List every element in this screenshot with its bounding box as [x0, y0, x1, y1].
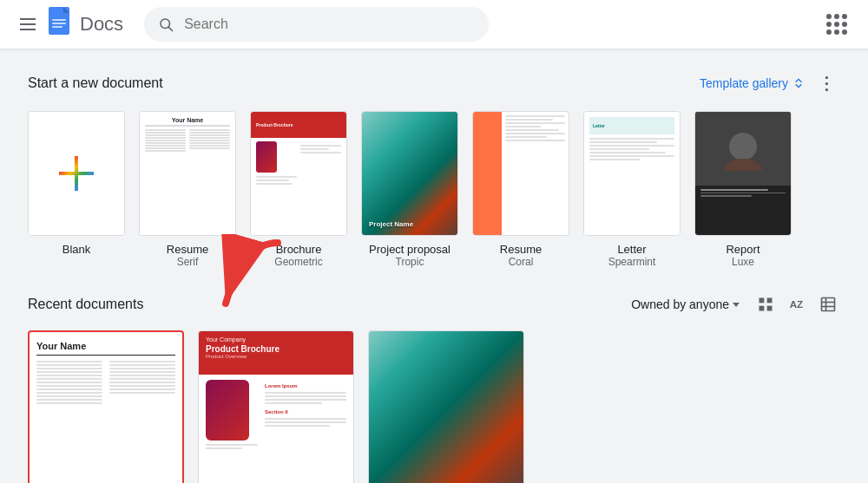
template-thumb-resume-serif: Your Name — [139, 111, 236, 236]
template-gallery-button[interactable]: Template gallery — [700, 76, 806, 90]
recent-docs-grid: Your Name — [28, 330, 840, 483]
doc-card-resume[interactable]: Your Name — [28, 330, 184, 483]
template-item-blank[interactable]: Blank — [28, 111, 125, 268]
app-header: Docs — [0, 0, 868, 49]
template-thumb-resume-coral — [472, 111, 569, 236]
template-item-report[interactable]: Report Luxe — [694, 111, 792, 268]
svg-line-6 — [169, 27, 173, 30]
svg-rect-13 — [767, 306, 773, 311]
owned-dropdown[interactable]: Owned by anyone — [631, 297, 740, 311]
template-item-resume-coral[interactable]: Resume Coral — [472, 111, 569, 268]
svg-text:AZ: AZ — [790, 298, 804, 310]
template-thumb-brochure: Product Brochure — [250, 111, 347, 236]
doc-thumb-brochure: Your Company Product Brochure Product Ov… — [198, 330, 354, 483]
template-subname-resume-coral: Coral — [509, 256, 534, 268]
template-name-brochure: Brochure — [276, 243, 322, 256]
main-content: Start a new document Template gallery ⋮ … — [0, 49, 868, 483]
template-thumb-project: Project Name — [361, 111, 458, 236]
template-name-resume-coral: Resume — [500, 243, 542, 256]
template-name-project: Project proposal — [369, 243, 450, 256]
chevron-up-down-icon — [792, 76, 806, 90]
docs-logo[interactable]: Docs — [49, 7, 123, 42]
templates-section-actions: Template gallery ⋮ — [700, 69, 840, 97]
doc-card-project[interactable]: Project Name 8/1/23 Project proposal Ope… — [368, 330, 524, 483]
template-item-project[interactable]: Project Name Project proposal Tropic — [361, 111, 458, 268]
templates-section-header: Start a new document Template gallery ⋮ — [28, 69, 840, 97]
list-icon — [819, 296, 837, 313]
template-name-resume-serif: Resume — [167, 243, 208, 256]
template-thumb-report — [694, 111, 792, 236]
recent-controls: Owned by anyone AZ — [631, 292, 840, 317]
grid-icon — [757, 296, 774, 313]
svg-rect-4 — [52, 26, 62, 28]
template-name-blank: Blank — [62, 243, 91, 256]
template-item-brochure[interactable]: Product Brochure — [250, 111, 347, 268]
view-icons: AZ — [753, 292, 840, 317]
sort-icon: AZ — [788, 296, 806, 313]
template-subname-brochure: Geometric — [274, 256, 322, 268]
templates-row: Blank Your Name — [28, 111, 840, 268]
template-item-letter[interactable]: Letter Letter Spearmint — [583, 111, 681, 268]
recent-section-title: Recent documents — [28, 297, 143, 312]
template-subname-report: Luxe — [732, 256, 754, 268]
doc-card-brochure[interactable]: Your Company Product Brochure Product Ov… — [198, 330, 354, 483]
svg-rect-2 — [52, 19, 66, 21]
svg-rect-12 — [760, 306, 765, 311]
svg-point-8 — [729, 133, 757, 160]
chevron-down-icon — [733, 303, 740, 307]
search-input[interactable] — [184, 16, 475, 32]
apps-grid-icon — [826, 14, 847, 35]
svg-rect-10 — [760, 298, 765, 304]
sort-button[interactable]: AZ — [785, 292, 809, 317]
template-subname-resume-serif: Serif — [177, 256, 199, 268]
docs-logo-icon — [49, 7, 75, 42]
search-icon — [158, 16, 174, 32]
list-view-button[interactable] — [816, 292, 840, 317]
template-subname-letter: Spearmint — [608, 256, 656, 268]
templates-more-button[interactable]: ⋮ — [812, 69, 840, 97]
templates-section-title: Start a new document — [28, 75, 163, 91]
recent-section-header: Recent documents Owned by anyone AZ — [28, 292, 840, 317]
menu-button[interactable] — [14, 10, 42, 38]
template-name-report: Report — [726, 243, 760, 256]
template-subname-project: Tropic — [396, 256, 424, 268]
template-item-resume-serif[interactable]: Your Name — [139, 111, 236, 268]
svg-rect-3 — [52, 23, 66, 24]
search-bar[interactable] — [144, 7, 489, 42]
report-image — [721, 127, 765, 171]
svg-rect-11 — [767, 298, 773, 304]
app-name-label: Docs — [80, 13, 123, 36]
hamburger-icon — [20, 18, 36, 30]
plus-icon — [59, 156, 94, 191]
template-thumb-letter: Letter — [583, 111, 681, 236]
svg-rect-15 — [822, 298, 835, 311]
template-name-letter: Letter — [617, 243, 646, 256]
doc-thumb-resume: Your Name — [30, 332, 182, 483]
grid-view-button[interactable] — [753, 292, 778, 317]
template-thumb-blank — [28, 111, 125, 236]
doc-thumb-project: Project Name 8/1/23 — [368, 330, 524, 483]
apps-button[interactable] — [819, 7, 854, 42]
